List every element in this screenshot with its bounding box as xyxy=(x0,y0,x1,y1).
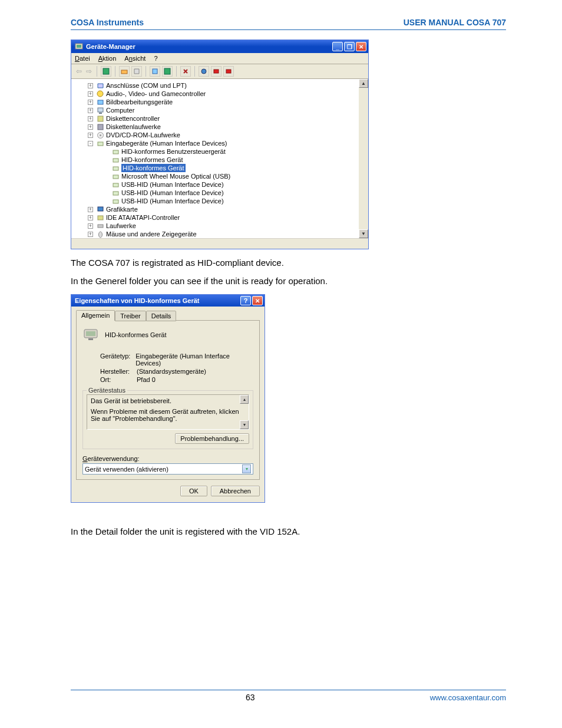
close-button[interactable]: ✕ xyxy=(252,296,263,305)
expand-icon xyxy=(103,149,108,154)
tree-item-label: Audio-, Video- und Gamecontroller xyxy=(106,90,206,98)
toolbar-icon[interactable] xyxy=(162,66,173,77)
scroll-up-icon[interactable]: ▴ xyxy=(240,395,249,404)
expand-icon[interactable]: + xyxy=(88,100,93,105)
expand-icon[interactable]: + xyxy=(88,83,93,88)
tree-item[interactable]: Microsoft Wheel Mouse Optical (USB) xyxy=(103,172,368,180)
toolbar-icon[interactable] xyxy=(119,66,130,77)
header-left: COSA Instruments xyxy=(71,18,144,27)
troubleshoot-button[interactable]: Problembehandlung... xyxy=(175,433,249,444)
toolbar-icon[interactable] xyxy=(150,66,160,77)
svg-rect-24 xyxy=(113,200,118,203)
menu-item[interactable]: ? xyxy=(154,55,157,62)
tree-item[interactable]: +Grafikkarte xyxy=(88,205,368,213)
dialog-titlebar[interactable]: Eigenschaften von HID-konformes Gerät ? … xyxy=(71,295,265,307)
usage-combobox[interactable]: Gerät verwenden (aktivieren) ▾ xyxy=(82,463,253,475)
minimize-button[interactable]: _ xyxy=(332,42,343,51)
tab-general[interactable]: Allgemein xyxy=(76,310,115,321)
scroll-up-icon[interactable]: ▲ xyxy=(359,79,368,88)
expand-icon[interactable]: + xyxy=(88,108,93,113)
expand-icon[interactable]: - xyxy=(88,141,93,146)
tree-item[interactable]: +Computer xyxy=(88,106,368,114)
toolbar-icon[interactable] xyxy=(180,66,191,77)
svg-rect-23 xyxy=(113,192,118,195)
imaging-icon xyxy=(97,98,104,106)
expand-icon[interactable]: + xyxy=(88,232,93,237)
tab-driver[interactable]: Treiber xyxy=(115,311,146,321)
hid-icon xyxy=(112,189,120,197)
expand-icon[interactable]: + xyxy=(88,215,93,220)
menu-item[interactable]: Datei xyxy=(75,55,90,62)
scrollbar[interactable]: ▲ ▼ xyxy=(359,79,368,238)
toolbar-icon[interactable] xyxy=(223,66,234,77)
tree-item[interactable]: HID-konformes Gerät xyxy=(103,164,368,172)
expand-icon[interactable]: + xyxy=(88,124,93,130)
tree-item[interactable]: USB-HID (Human Interface Device) xyxy=(103,189,368,197)
help-button[interactable]: ? xyxy=(240,296,251,305)
tree-item[interactable]: USB-HID (Human Interface Device) xyxy=(103,180,368,189)
info-value: (Standardsystemgeräte) xyxy=(137,368,206,375)
tree-item-label: Microsoft Wheel Mouse Optical (USB) xyxy=(121,172,230,180)
toolbar-icon[interactable] xyxy=(199,66,209,77)
svg-rect-19 xyxy=(113,159,118,162)
expand-icon xyxy=(103,157,108,163)
svg-rect-12 xyxy=(99,113,102,114)
menu-item[interactable]: Aktion xyxy=(98,55,117,62)
tree-item[interactable]: +Anschlüsse (COM und LPT) xyxy=(88,81,368,90)
expand-icon[interactable]: + xyxy=(88,116,93,121)
tab-details[interactable]: Details xyxy=(146,311,177,321)
tree-item[interactable]: +Laufwerke xyxy=(88,222,368,230)
svg-rect-20 xyxy=(113,167,118,170)
scroll-down-icon[interactable]: ▼ xyxy=(359,229,368,238)
tree-item[interactable]: -Eingabegeräte (Human Interface Devices) xyxy=(88,139,368,147)
toolbar-icon[interactable] xyxy=(131,66,142,77)
tree-item[interactable]: +DVD/CD-ROM-Laufwerke xyxy=(88,131,368,139)
titlebar[interactable]: Geräte-Manager _ ❐ ✕ xyxy=(71,40,368,53)
tree-item[interactable]: HID-konformes Gerät xyxy=(103,156,368,164)
tree-item[interactable]: USB-HID (Human Interface Device) xyxy=(103,197,368,205)
svg-point-9 xyxy=(97,91,103,97)
cancel-button[interactable]: Abbrechen xyxy=(211,486,260,496)
svg-point-16 xyxy=(100,134,101,136)
maximize-button[interactable]: ❐ xyxy=(344,42,355,51)
dropdown-icon[interactable]: ▾ xyxy=(242,465,251,473)
device-icon xyxy=(82,327,99,343)
toolbar-icon[interactable] xyxy=(211,66,222,77)
tree-item-label: HID-konformes Gerät xyxy=(121,156,183,164)
tree-item[interactable]: +Diskettencontroller xyxy=(88,114,368,123)
expand-icon[interactable]: + xyxy=(88,207,93,212)
tree-item-label: USB-HID (Human Interface Device) xyxy=(121,197,224,205)
tree-item[interactable]: +Diskettenlaufwerke xyxy=(88,123,368,131)
menu-item[interactable]: Ansicht xyxy=(124,55,146,62)
properties-dialog: Eigenschaften von HID-konformes Gerät ? … xyxy=(71,294,265,503)
tree-item-label: IDE ATA/ATAPI-Controller xyxy=(106,213,180,222)
close-button[interactable]: ✕ xyxy=(356,42,366,51)
scroll-down-icon[interactable]: ▾ xyxy=(240,420,249,429)
tree-item[interactable]: HID-konformes Benutzersteuergerät xyxy=(103,147,368,156)
expand-icon[interactable]: + xyxy=(88,133,93,138)
hid-icon xyxy=(112,148,120,156)
expand-icon xyxy=(103,182,108,187)
tree-item[interactable]: +IDE ATA/ATAPI-Controller xyxy=(88,213,368,222)
toolbar-icon[interactable] xyxy=(101,66,111,77)
tree-item[interactable]: +Bildbearbeitungsgeräte xyxy=(88,98,368,106)
usage-label: Geräteverwendung: xyxy=(82,455,253,462)
dvd-icon xyxy=(97,131,104,139)
forward-icon[interactable]: ⇨ xyxy=(85,67,93,75)
tree-item-label: HID-konformes Gerät xyxy=(121,164,186,172)
tree-item[interactable]: +Mäuse und andere Zeigegeräte xyxy=(88,230,368,238)
expand-icon[interactable]: + xyxy=(88,91,93,97)
svg-rect-18 xyxy=(113,150,118,154)
back-icon[interactable]: ⇦ xyxy=(75,67,83,75)
svg-rect-22 xyxy=(113,183,118,187)
ok-button[interactable]: OK xyxy=(180,486,207,496)
body-text: The COSA 707 is registrated as HID-compl… xyxy=(71,258,506,268)
expand-icon[interactable]: + xyxy=(88,223,93,229)
mouse-icon xyxy=(97,230,104,238)
svg-rect-8 xyxy=(226,70,231,73)
display-icon xyxy=(97,206,104,213)
ide-icon xyxy=(97,214,104,222)
device-tree[interactable]: +Anschlüsse (COM und LPT)+Audio-, Video-… xyxy=(71,79,368,238)
tree-item[interactable]: +Audio-, Video- und Gamecontroller xyxy=(88,90,368,98)
svg-rect-27 xyxy=(98,225,103,228)
